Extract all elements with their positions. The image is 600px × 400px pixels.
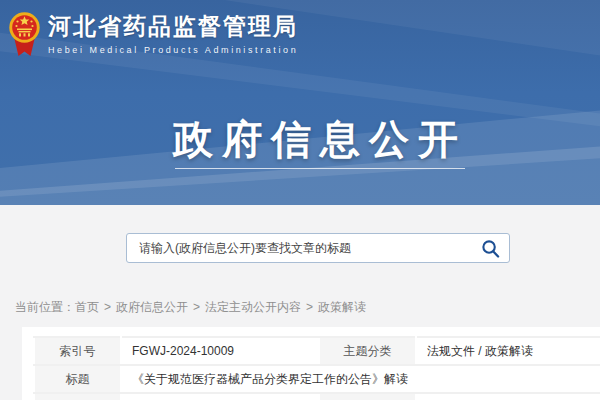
org-name-cn: 河北省药品监督管理局	[48, 13, 298, 41]
title-underline	[175, 168, 465, 169]
org-name-en: Hebei Medical Products Administration	[48, 45, 298, 55]
table-row: 索引号 FGWJ-2024-10009 主题分类 法规文件 / 政策解读	[34, 337, 600, 365]
document-info-card: 索引号 FGWJ-2024-10009 主题分类 法规文件 / 政策解读 标题 …	[22, 327, 600, 400]
breadcrumb-prefix: 当前位置：	[15, 300, 75, 314]
site-logo-text: 河北省药品监督管理局 Hebei Medical Products Admini…	[48, 13, 298, 55]
title-value: 《关于规范医疗器械产品分类界定工作的公告》解读	[121, 365, 600, 393]
publish-date-value: 2024-05-13	[416, 393, 600, 400]
breadcrumb-item-gov-info[interactable]: 政府信息公开	[116, 300, 188, 314]
issuing-department-label: 发文部门	[34, 393, 121, 400]
national-emblem-icon	[8, 8, 41, 60]
breadcrumb-item-policy-interpretation[interactable]: 政策解读	[318, 300, 366, 314]
header-banner: 河北省药品监督管理局 Hebei Medical Products Admini…	[0, 0, 600, 205]
breadcrumb-separator: >	[306, 300, 313, 314]
index-number-label: 索引号	[34, 337, 121, 365]
search-input[interactable]	[127, 234, 489, 262]
search-box	[126, 233, 510, 263]
search-icon[interactable]	[481, 239, 500, 258]
breadcrumb-separator: >	[193, 300, 200, 314]
content-area: 当前位置：首页>政府信息公开>法定主动公开内容>政策解读 索引号 FGWJ-20…	[0, 205, 600, 400]
publish-date-label: 发布日期	[319, 393, 416, 400]
table-row: 标题 《关于规范医疗器械产品分类界定工作的公告》解读	[34, 365, 600, 393]
site-logo[interactable]: 河北省药品监督管理局 Hebei Medical Products Admini…	[8, 8, 298, 60]
page-title: 政府信息公开	[0, 112, 600, 167]
subject-category-value: 法规文件 / 政策解读	[416, 337, 600, 365]
page: 河北省药品监督管理局 Hebei Medical Products Admini…	[0, 0, 600, 400]
table-row: 发文部门 发布日期 2024-05-13	[34, 393, 600, 400]
title-label: 标题	[34, 365, 121, 393]
breadcrumb-item-statutory-content[interactable]: 法定主动公开内容	[205, 300, 301, 314]
subject-category-label: 主题分类	[319, 337, 416, 365]
issuing-department-value	[121, 393, 319, 400]
breadcrumb-separator: >	[104, 300, 111, 314]
breadcrumb: 当前位置：首页>政府信息公开>法定主动公开内容>政策解读	[15, 299, 600, 316]
index-number-value: FGWJ-2024-10009	[121, 337, 319, 365]
document-info-table: 索引号 FGWJ-2024-10009 主题分类 法规文件 / 政策解读 标题 …	[33, 336, 600, 400]
breadcrumb-item-home[interactable]: 首页	[75, 300, 99, 314]
